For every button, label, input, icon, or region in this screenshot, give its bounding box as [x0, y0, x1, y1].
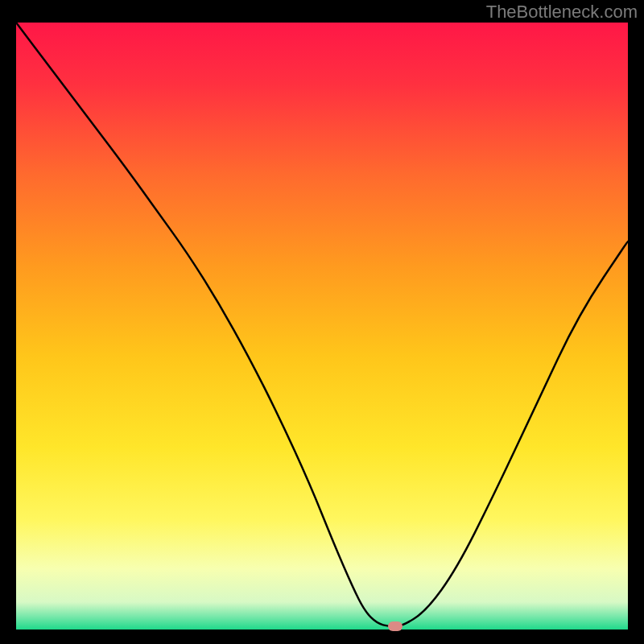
- gradient-background: [16, 23, 628, 630]
- plot-area: [16, 23, 628, 630]
- chart-frame: TheBottleneck.com: [0, 0, 644, 644]
- chart-svg: [16, 23, 628, 630]
- watermark-text: TheBottleneck.com: [486, 2, 638, 23]
- optimal-point-marker: [388, 621, 402, 631]
